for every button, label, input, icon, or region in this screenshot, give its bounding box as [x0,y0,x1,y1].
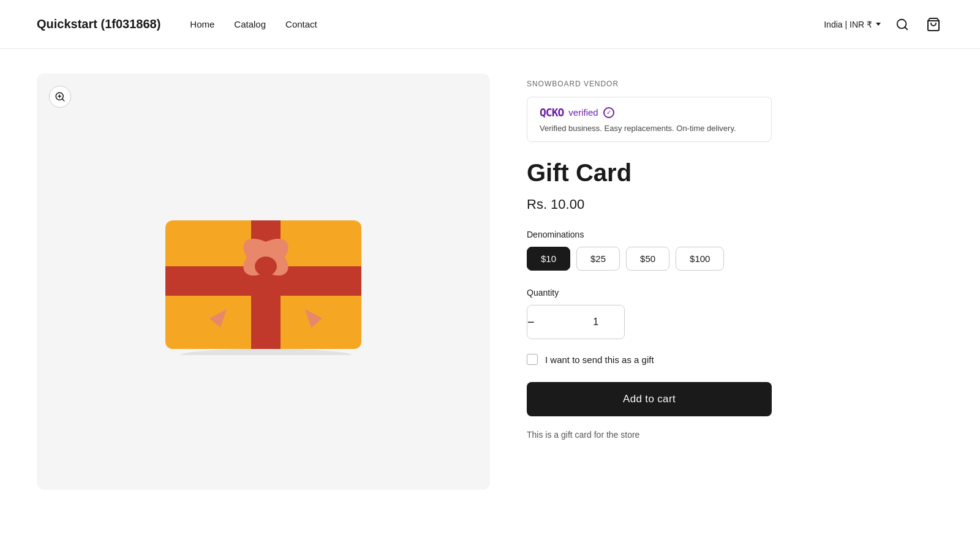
svg-point-15 [180,349,352,355]
quantity-decrease-button[interactable]: − [527,305,535,339]
header-right: India | INR ₹ [824,15,943,34]
product-gallery [37,73,490,490]
header: Quickstart (1f031868) Home Catalog Conta… [0,0,980,49]
gift-checkbox-row: I want to send this as a gift [527,354,943,365]
header-left: Quickstart (1f031868) Home Catalog Conta… [37,17,317,31]
country-label: India | INR ₹ [824,20,872,29]
vendor-verified-text: verified [568,107,598,118]
denomination-25[interactable]: $25 [576,247,620,271]
vendor-logo: QCKO [540,106,564,119]
vendor-label: SNOWBOARD VENDOR [527,80,943,88]
chevron-down-icon [876,23,881,26]
product-description: This is a gift card for the store [527,429,772,441]
main-content: SNOWBOARD VENDOR QCKO verified ✓ Verifie… [0,49,980,514]
gift-checkbox[interactable] [527,354,538,365]
vendor-name: QCKO [540,106,564,119]
add-to-cart-button[interactable]: Add to cart [527,382,772,416]
search-icon [895,18,909,31]
quantity-input[interactable] [535,317,625,328]
vendor-badge: QCKO verified ✓ Verified business. Easy … [527,97,772,142]
nav-contact[interactable]: Contact [285,19,317,29]
denomination-50[interactable]: $50 [626,247,669,271]
country-selector[interactable]: India | INR ₹ [824,20,881,29]
verified-check-icon: ✓ [603,107,614,118]
main-nav: Home Catalog Contact [190,19,317,29]
vendor-description: Verified business. Easy replacements. On… [540,124,759,133]
product-details: SNOWBOARD VENDOR QCKO verified ✓ Verifie… [527,73,943,490]
svg-line-1 [905,27,907,29]
svg-line-4 [62,99,64,100]
product-price: Rs. 10.00 [527,197,943,212]
gift-card-image [159,208,368,355]
gift-label: I want to send this as a gift [545,354,654,365]
quantity-section: Quantity − + [527,288,943,339]
quantity-label: Quantity [527,288,943,298]
product-title: Gift Card [527,159,943,187]
logo[interactable]: Quickstart (1f031868) [37,17,160,31]
quantity-control: − + [527,305,625,339]
nav-catalog[interactable]: Catalog [234,19,266,29]
vendor-badge-top: QCKO verified ✓ [540,106,759,119]
cart-button[interactable] [924,15,943,34]
search-button[interactable] [893,15,911,34]
zoom-icon [55,91,66,102]
denominations-label: Denominations [527,230,943,239]
denomination-100[interactable]: $100 [676,247,724,271]
denominations-group: $10 $25 $50 $100 [527,247,943,271]
svg-point-12 [255,257,277,276]
cart-icon [926,17,941,32]
zoom-button[interactable] [49,86,71,108]
nav-home[interactable]: Home [190,19,214,29]
denomination-10[interactable]: $10 [527,247,570,271]
